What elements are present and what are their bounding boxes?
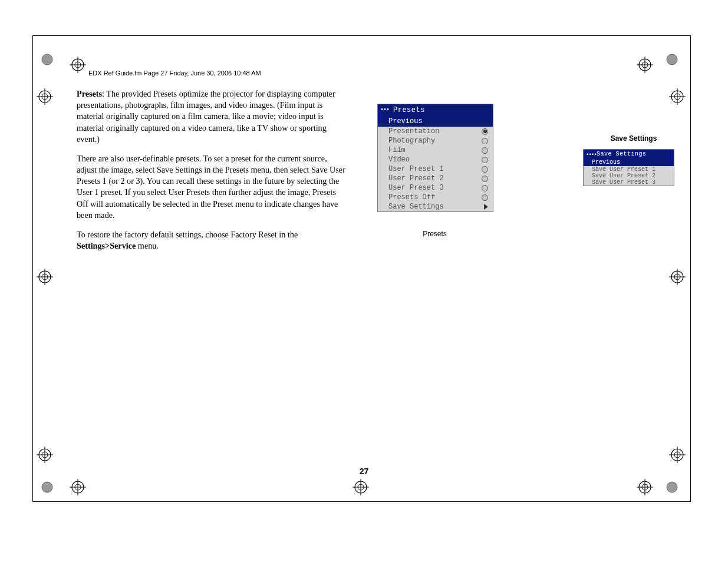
presets-menu-item[interactable]: Presets Off [378,193,493,202]
page-header: EDX Ref Guide.fm Page 27 Friday, June 30… [88,70,261,77]
presets-menu-item[interactable]: Presentation [378,127,493,136]
presets-menu-item[interactable]: User Preset 2 [378,174,493,183]
menu-item-label: Video [388,156,410,164]
registration-mark-icon [37,447,53,463]
presets-menu-title: ••• Presets [378,104,493,116]
registration-mark-icon [41,54,58,70]
radio-icon [482,176,488,182]
registration-mark-icon [37,88,53,105]
menu-item-label: Presets Off [388,193,435,201]
registration-mark-icon [669,447,686,463]
save-menu-title-text: Save Settings [597,151,647,157]
presets-menu-item[interactable]: Video [378,155,493,164]
presets-menu-item[interactable]: Photography [378,136,493,146]
menu-item-label: User Preset 1 [388,165,444,173]
svg-point-7 [667,54,677,65]
svg-point-8 [42,482,52,492]
menu-item-label: Film [388,146,406,154]
presets-menu: ••• Presets Previous PresentationPhotogr… [377,104,493,212]
save-settings-caption: Save Settings [595,134,672,143]
radio-icon [482,147,488,154]
radio-icon [482,128,488,135]
registration-mark-icon [637,479,653,495]
radio-icon [482,157,488,163]
save-menu-item[interactable]: Save User Preset 3 [584,179,674,186]
breadcrumb-dots-icon: •••• [586,152,597,158]
menu-item-label: Save User Preset 2 [592,173,655,179]
page-number: 27 [0,467,728,476]
presets-menu-item[interactable]: Save Settings [378,202,493,211]
svg-point-6 [42,54,52,65]
radio-icon [482,185,488,191]
radio-icon [482,166,488,173]
save-menu-title: •••• Save Settings [584,150,674,158]
presets-menu-previous[interactable]: Previous [378,116,493,127]
presets-menu-item[interactable]: Film [378,146,493,155]
presets-menu-title-text: Presets [393,106,425,114]
paragraph-1: : The provided Presets optimize the proj… [77,89,335,144]
paragraph-3b: menu. [136,241,159,250]
save-menu-item[interactable]: Save User Preset 2 [584,173,674,179]
presets-menu-item[interactable]: User Preset 3 [378,183,493,193]
svg-point-9 [667,482,677,492]
registration-mark-icon [666,54,683,70]
registration-mark-icon [70,479,86,495]
settings-service-bold: Settings>Service [77,241,136,250]
menu-item-label: Photography [388,137,435,145]
registration-mark-icon [353,479,369,495]
menu-item-label: User Preset 2 [388,174,444,183]
presets-caption: Presets [377,230,492,238]
registration-mark-icon [70,57,86,73]
save-settings-menu: •••• Save Settings Previous Save User Pr… [583,149,674,186]
breadcrumb-dots-icon: ••• [380,107,389,113]
menu-item-label: Presentation [388,127,439,135]
registration-mark-icon [669,269,686,285]
menu-item-label: Save Settings [388,203,444,211]
presets-heading: Presets [77,89,102,98]
menu-item-label: Save User Preset 3 [592,179,655,186]
registration-mark-icon [41,481,58,498]
radio-icon [482,194,488,201]
paragraph-3a: To restore the factory default settings,… [77,230,298,239]
save-menu-previous[interactable]: Previous [584,158,674,166]
radio-icon [482,138,488,144]
presets-menu-item[interactable]: User Preset 1 [378,164,493,174]
menu-item-label: Save User Preset 1 [592,166,655,173]
registration-mark-icon [666,481,683,498]
registration-mark-icon [669,88,686,105]
registration-mark-icon [37,269,53,285]
registration-mark-icon [637,57,653,73]
body-text: Presets: The provided Presets optimize t… [77,88,348,260]
menu-item-label: User Preset 3 [388,184,444,192]
save-menu-item[interactable]: Save User Preset 1 [584,166,674,173]
arrow-right-icon [484,204,488,210]
paragraph-2: There are also user-definable presets. T… [77,153,348,221]
